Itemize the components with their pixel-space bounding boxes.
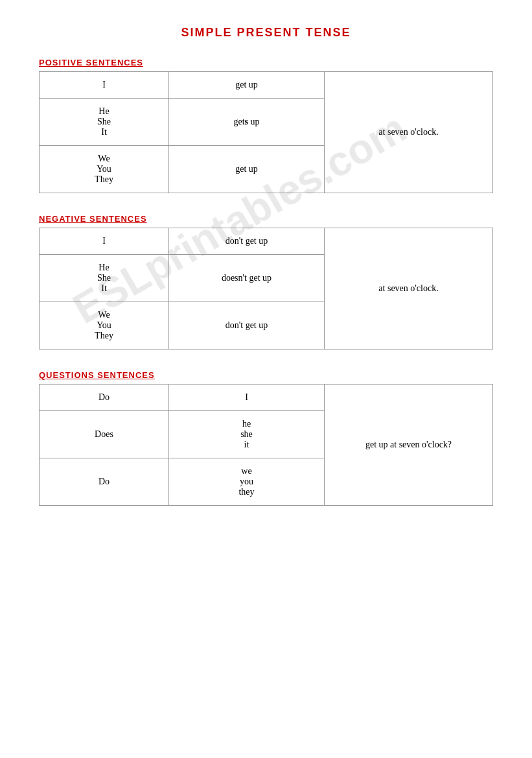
section-title-positive: POSITIVE SENTENCES bbox=[39, 58, 493, 67]
subject-cell: WeYouThey bbox=[40, 302, 169, 349]
verb-cell: hesheit bbox=[169, 411, 325, 458]
section-negative: NEGATIVE SENTENCESIdon't get upat seven … bbox=[39, 214, 493, 349]
verb-cell: doesn't get up bbox=[169, 255, 325, 302]
table-row: Idon't get upat seven o'clock. bbox=[40, 228, 493, 255]
time-cell: at seven o'clock. bbox=[325, 72, 493, 193]
section-title-negative: NEGATIVE SENTENCES bbox=[39, 214, 493, 224]
time-cell: get up at seven o'clock? bbox=[325, 385, 493, 506]
verb-cell: don't get up bbox=[169, 228, 325, 255]
table-negative: Idon't get upat seven o'clock.HeSheItdoe… bbox=[39, 228, 493, 349]
section-questions: QUESTIONS SENTENCESDoIget up at seven o'… bbox=[39, 370, 493, 506]
page-title: SIMPLE PRESENT TENSE bbox=[39, 26, 493, 40]
subject-cell: WeYouThey bbox=[40, 146, 169, 193]
table-row: Iget upat seven o'clock. bbox=[40, 72, 493, 99]
section-title-questions: QUESTIONS SENTENCES bbox=[39, 370, 493, 380]
verb-cell: get up bbox=[169, 72, 325, 99]
verb-cell: gets up bbox=[169, 99, 325, 146]
subject-cell: Does bbox=[40, 411, 169, 458]
verb-cell: weyouthey bbox=[169, 458, 325, 506]
subject-cell: Do bbox=[40, 458, 169, 506]
table-row: DoIget up at seven o'clock? bbox=[40, 385, 493, 411]
section-positive: POSITIVE SENTENCESIget upat seven o'cloc… bbox=[39, 58, 493, 193]
verb-cell: I bbox=[169, 385, 325, 411]
verb-cell: get up bbox=[169, 146, 325, 193]
subject-cell: I bbox=[40, 228, 169, 255]
subject-cell: I bbox=[40, 72, 169, 99]
verb-cell: don't get up bbox=[169, 302, 325, 349]
subject-cell: Do bbox=[40, 385, 169, 411]
table-questions: DoIget up at seven o'clock?DoeshesheitDo… bbox=[39, 384, 493, 506]
table-positive: Iget upat seven o'clock.HeSheItgets upWe… bbox=[39, 71, 493, 193]
subject-cell: HeSheIt bbox=[40, 99, 169, 146]
subject-cell: HeSheIt bbox=[40, 255, 169, 302]
time-cell: at seven o'clock. bbox=[325, 228, 493, 349]
